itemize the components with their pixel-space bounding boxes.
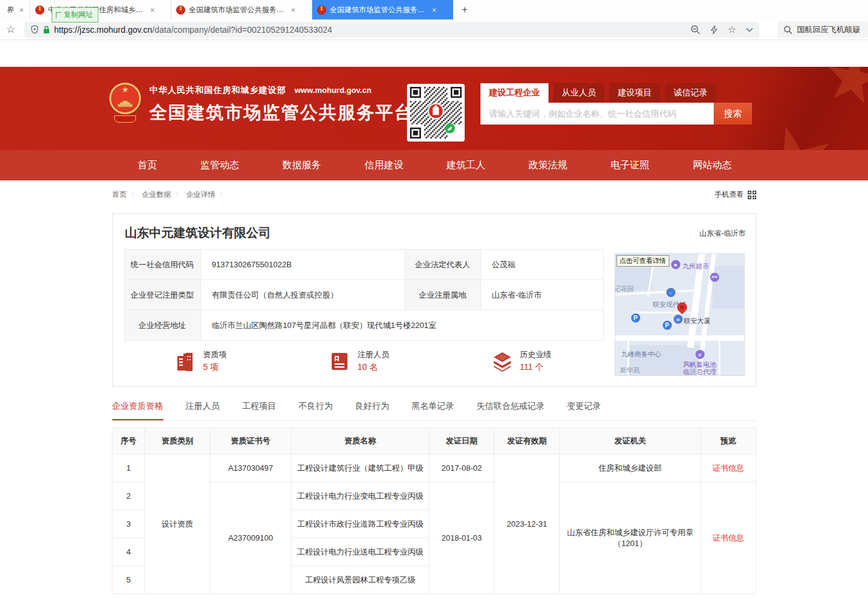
tab-registered-personnel[interactable]: 注册人员 — [186, 401, 220, 420]
cell-qual-name: 工程设计建筑行业（建筑工程）甲级 — [292, 454, 429, 482]
reg-place-value: 山东省-临沂市 — [480, 280, 603, 310]
cell-qual-name: 工程设计风景园林工程专项乙级 — [292, 566, 429, 594]
nav-policy[interactable]: 政策法规 — [528, 159, 567, 172]
legal-rep-value: 公茂福 — [480, 250, 603, 280]
search-tab-personnel[interactable]: 从业人员 — [553, 83, 604, 103]
nav-data-service[interactable]: 数据服务 — [282, 159, 321, 172]
field-label: 企业登记注册类型 — [124, 280, 200, 310]
search-tab-credit[interactable]: 诚信记录 — [665, 83, 716, 103]
table-header-row: 序号 资质类别 资质证书号 资质名称 发证日期 发证有效期 发证机关 预览 — [112, 428, 756, 454]
detail-tabs: 企业资质资格 注册人员 工程项目 不良行为 良好行为 黑名单记录 失信联合惩戒记… — [112, 401, 756, 421]
cell-no: 3 — [112, 510, 145, 538]
tab-good-behavior[interactable]: 良好行为 — [355, 401, 389, 420]
company-name: 山东中元建筑设计有限公司 — [125, 225, 756, 241]
tab-projects[interactable]: 工程项目 — [242, 401, 276, 420]
stat-qualifications[interactable]: 资质项 5 项 — [175, 349, 227, 373]
building-icon — [175, 351, 196, 372]
cell-cert-no: A137030497 — [210, 454, 292, 482]
bookmark-star-icon[interactable]: ☆ — [6, 23, 24, 36]
url-field[interactable]: https://jzsc.mohurd.gov.cn/data/company/… — [24, 22, 759, 38]
breadcrumb: 首页〉企业数据〉企业详情〉 — [112, 190, 231, 200]
new-tab-button[interactable]: + — [453, 0, 476, 19]
col-header-no: 序号 — [112, 428, 145, 454]
chevron-down-icon[interactable] — [746, 27, 753, 32]
cell-no: 4 — [112, 538, 145, 566]
cell-qual-name: 工程设计市政行业道路工程专业丙级 — [292, 510, 429, 538]
browser-tab-0[interactable]: 界 × — [0, 0, 30, 19]
browser-tab-2[interactable]: 全国建筑市场监管公共服务平台 × — [171, 0, 312, 19]
tab-close-icon[interactable]: × — [149, 5, 156, 15]
nav-site-news[interactable]: 网站动态 — [692, 159, 731, 172]
address-value: 临沂市兰山区陶然路107号星河晶都（联安）现代城1号楼2201室 — [200, 310, 603, 341]
stat-value: 111 个 — [520, 362, 552, 373]
shield-icon[interactable] — [30, 25, 39, 34]
stat-historical-performance[interactable]: 历史业绩 111 个 — [492, 349, 552, 373]
flash-icon[interactable] — [710, 25, 718, 35]
cell-no: 2 — [112, 482, 145, 510]
breadcrumb-home[interactable]: 首页 — [112, 190, 127, 199]
copy-url-tooltip: 复制网址 — [52, 7, 98, 22]
tab-close-icon[interactable]: × — [431, 5, 438, 15]
star-bookmark-icon[interactable]: ☆ — [728, 24, 736, 35]
tab-title: 全国建筑市场监管公共服务平台 — [330, 5, 427, 15]
secure-lock-icon[interactable] — [43, 26, 50, 34]
mobile-view[interactable]: 手机查看 — [715, 190, 756, 200]
tab-close-icon[interactable]: × — [18, 5, 25, 15]
cell-issue-date: 2018-01-03 — [429, 482, 494, 594]
news-search-text: 国航回应飞机颠簸 — [797, 24, 860, 35]
table-row: 1 设计资质 A137030497 工程设计建筑行业（建筑工程）甲级 2017-… — [112, 454, 756, 482]
tab-blacklist[interactable]: 黑名单记录 — [412, 401, 454, 420]
tab-close-icon[interactable]: × — [290, 5, 297, 15]
tab-change-records[interactable]: 变更记录 — [567, 401, 601, 420]
search-tab-enterprise[interactable]: 建设工程企业 — [480, 83, 548, 103]
search-tab-project[interactable]: 建设项目 — [609, 83, 660, 103]
nav-supervision[interactable]: 监管动态 — [200, 159, 239, 172]
breadcrumb-row: 首页〉企业数据〉企业详情〉 手机查看 — [112, 190, 756, 200]
stat-registered-personnel[interactable]: 注册人员 10 名 — [329, 349, 389, 373]
ministry-name: 中华人民共和国住房和城乡建设部www.mohurd.gov.cn — [149, 85, 413, 96]
stat-label: 历史业绩 — [520, 349, 552, 360]
map-label: 临沂总代理 — [683, 367, 717, 376]
stat-label: 资质项 — [203, 349, 227, 360]
atm-pin-icon: ATM — [710, 273, 719, 282]
map-label: 九州超市 — [683, 262, 709, 271]
col-header-name: 资质名称 — [292, 428, 429, 454]
breadcrumb-enterprise-detail[interactable]: 企业详情 — [186, 190, 216, 199]
zoom-out-icon[interactable] — [691, 25, 700, 35]
tab-title: 界 — [7, 5, 14, 15]
certificate-info-link[interactable]: 证书信息 — [701, 482, 756, 594]
qualification-table: 序号 资质类别 资质证书号 资质名称 发证日期 发证有效期 发证机关 预览 1 … — [112, 428, 756, 594]
col-header-cert-no: 资质证书号 — [210, 428, 292, 454]
cell-valid-until: 2023-12-31 — [494, 454, 560, 594]
keyword-search-input[interactable] — [480, 103, 714, 125]
search-button[interactable]: 搜索 — [714, 103, 752, 125]
tab-qualifications[interactable]: 企业资质资格 — [112, 401, 163, 420]
nav-e-license[interactable]: 电子证照 — [610, 159, 649, 172]
news-search-box[interactable]: 国航回应飞机颠簸 — [777, 21, 868, 38]
map-label: 联安大厦 — [684, 316, 711, 326]
map-label: 记花园 — [615, 284, 634, 293]
emblem-favicon-icon — [317, 5, 326, 15]
col-header-preview: 预览 — [701, 428, 756, 454]
browser-tab-active[interactable]: 全国建筑市场监管公共服务平台 × — [312, 0, 453, 19]
nav-workers[interactable]: 建筑工人 — [446, 159, 485, 172]
search-category-tabs: 建设工程企业 从业人员 建设项目 诚信记录 — [480, 83, 752, 103]
nav-home[interactable]: 首页 — [138, 159, 157, 172]
header-search: 建设工程企业 从业人员 建设项目 诚信记录 搜索 — [480, 83, 752, 125]
cell-authority: 住房和城乡建设部 — [560, 454, 701, 482]
search-icon — [784, 26, 792, 34]
cell-category: 设计资质 — [145, 454, 210, 594]
nav-credit[interactable]: 信用建设 — [364, 159, 403, 172]
certificate-info-link[interactable]: 证书信息 — [701, 454, 756, 482]
tab-dishonesty-records[interactable]: 失信联合惩戒记录 — [477, 401, 545, 420]
stat-label: 注册人员 — [357, 349, 389, 360]
breadcrumb-enterprise-data[interactable]: 企业数据 — [142, 190, 171, 199]
url-text: https://jzsc.mohurd.gov.cn/data/company/… — [54, 24, 332, 35]
copy-icon — [56, 12, 61, 18]
qr-code-icon — [748, 191, 756, 199]
company-region: 山东省-临沂市 — [700, 228, 746, 239]
company-location-map[interactable]: ▣ 九州超市 ATM 记花园 ⌂ 联安现代城 ▤ 联安大厦 P P 九峰商务中心… — [615, 253, 745, 376]
tab-bad-behavior[interactable]: 不良行为 — [299, 401, 333, 420]
map-label: 新华苑 — [620, 366, 640, 375]
col-header-authority: 发证机关 — [560, 428, 701, 454]
